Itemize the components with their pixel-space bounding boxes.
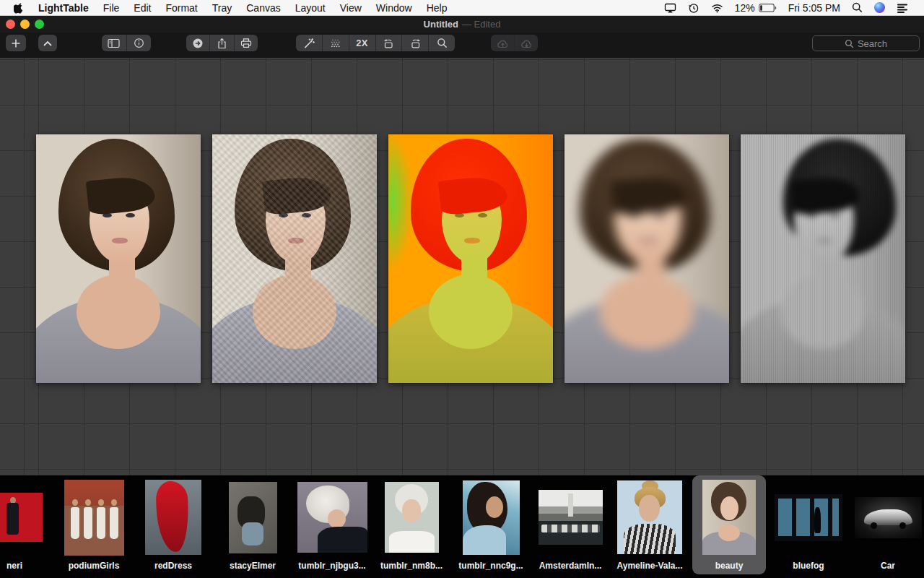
menu-item-window[interactable]: Window [369,0,419,15]
menu-item-edit[interactable]: Edit [126,0,158,15]
tray-item-tumblr-nnc9g[interactable]: tumblr_nnc9g... [451,475,531,578]
tray-item-label: AmsterdamIn... [539,561,602,571]
siri-icon[interactable] [868,0,891,15]
tray-item-label: tumblr_njbgu3... [298,561,365,571]
thumbnail [145,480,201,555]
menu-item-tray[interactable]: Tray [205,0,239,15]
search-input[interactable]: Search [812,35,920,51]
notification-center-icon[interactable] [891,0,914,15]
thumbnail [702,480,756,555]
menu-bar: LightTable File Edit Format Tray Canvas … [0,0,924,16]
magnify-button[interactable] [428,35,455,51]
tray-item-aymeline[interactable]: Aymeline-Vala... [610,475,689,578]
wifi-icon[interactable] [705,0,729,15]
tray-item-label: stacyElmer [230,561,276,571]
search-placeholder: Search [858,38,887,49]
battery-percent: 12% [735,2,755,14]
thumbnail [617,480,682,554]
zoom-2x-button[interactable]: 2X [349,35,375,51]
thumbnail [64,480,124,556]
time-machine-icon[interactable] [682,0,705,15]
window-title: Untitled — Edited [0,16,924,33]
thermal-green-band [388,134,411,269]
document-title: Untitled [424,19,458,30]
tray-item-car[interactable]: Car [848,475,924,578]
thumbnail [0,493,43,542]
tray-item-bluefog[interactable]: bluefog [769,475,848,578]
menu-app-name[interactable]: LightTable [31,0,96,15]
tray-item-label: neri [6,561,22,571]
menu-item-format[interactable]: Format [158,0,204,15]
print-button[interactable] [234,35,258,51]
portrait-chest [77,275,160,349]
tray-item-label: bluefog [793,561,824,571]
thumbnail [775,494,842,541]
cloud-download-button[interactable] [514,35,538,51]
tray-item-label: Car [881,561,895,571]
tray-item-label: tumblr_nnc9g... [458,561,523,571]
cloud-group [491,35,538,51]
apple-menu-icon[interactable] [14,2,24,14]
sidebar-toggle-button[interactable] [102,35,126,51]
output-group [186,35,258,51]
thumbnail [385,482,439,553]
rotate-left-button[interactable] [375,35,402,51]
canvas-image-original[interactable] [36,134,201,383]
toolbar: 2X S [0,33,924,58]
collapse-button[interactable] [38,35,57,51]
menu-clock[interactable]: Fri 5:05 PM [783,0,846,15]
menu-item-canvas[interactable]: Canvas [239,0,287,15]
open-arrow-button[interactable] [186,35,209,51]
panel-toggle-group [102,35,151,51]
cloud-upload-button[interactable] [491,35,514,51]
tray-item-stacyelmer[interactable]: stacyElmer [213,475,292,578]
tray-item-amsterdam[interactable]: AmsterdamIn... [531,475,610,578]
menu-item-view[interactable]: View [333,0,369,15]
tray-item-reddress[interactable]: redDress [134,475,213,578]
thumbnail [297,482,367,553]
tray-item-tumblr-njbgu3[interactable]: tumblr_njbgu3... [292,475,372,578]
lighttable-canvas[interactable] [0,58,924,475]
menu-item-help[interactable]: Help [419,0,455,15]
thumbnail [463,480,520,555]
add-button[interactable] [6,35,26,51]
canvas-image-motion-blur[interactable] [565,134,729,383]
tray-item-label: tumblr_nm8b... [380,561,443,571]
info-button[interactable] [126,35,152,51]
tray-item-label: Aymeline-Vala... [617,561,683,571]
tray-item-label: podiumGirls [69,561,120,571]
menu-item-file[interactable]: File [96,0,127,15]
thumbnail [855,497,922,538]
document-edited-badge: — Edited [462,19,500,30]
canvas-image-crystallized[interactable] [212,134,377,383]
thumbnail [229,482,277,553]
dither-button[interactable] [322,35,349,51]
tray-item-label: redDress [154,561,192,571]
canvas-image-thermal[interactable] [388,134,553,383]
tray-item-neri[interactable]: neri [0,475,54,578]
spotlight-icon[interactable] [846,0,868,15]
tools-group: 2X [296,35,455,51]
auto-enhance-wand-button[interactable] [296,35,322,51]
menu-item-layout[interactable]: Layout [288,0,333,15]
image-tray: neri podiumGirls redDress stacyElmer tum… [0,475,924,578]
canvas-image-grayscale-texture[interactable] [741,134,905,383]
tray-item-beauty-selected[interactable]: beauty [689,475,769,578]
battery-icon[interactable] [759,4,777,12]
tray-item-tumblr-nm8b[interactable]: tumblr_nm8b... [372,475,451,578]
search-icon [845,39,854,48]
tray-item-podiumgirls[interactable]: podiumGirls [54,475,134,578]
rotate-right-button[interactable] [401,35,428,51]
airplay-icon[interactable] [658,0,682,15]
tray-item-label: beauty [715,561,744,571]
thumbnail [539,490,603,545]
share-button[interactable] [209,35,233,51]
